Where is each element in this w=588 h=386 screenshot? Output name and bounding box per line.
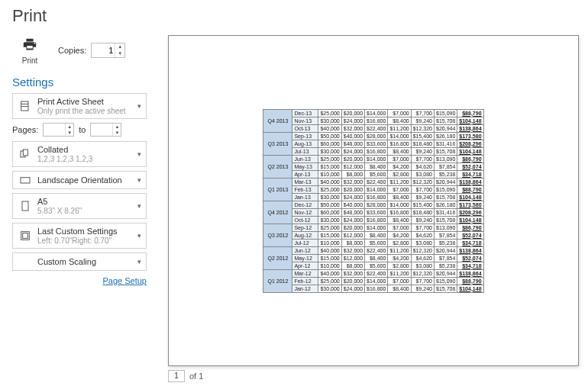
chevron-up-icon[interactable]: ▲ [66, 124, 73, 130]
value-cell: $8,400 [365, 254, 388, 262]
margins-dropdown[interactable]: Last Custom Settings Left: 0.70"Right: 0… [12, 223, 147, 249]
value-cell: $7,700 [411, 109, 434, 117]
copies-stepper[interactable]: ▲ ▼ [91, 43, 125, 58]
value-cell: $104,148 [457, 147, 483, 155]
value-cell: $7,700 [411, 224, 434, 231]
page-title: Print [0, 0, 588, 29]
pages-to-input[interactable] [91, 124, 112, 136]
value-cell: $2,800 [388, 170, 411, 178]
value-cell: $24,000 [341, 193, 364, 201]
month-cell: Aug-12 [292, 231, 318, 239]
print-button-label: Print [22, 56, 38, 65]
value-cell: $34,718 [457, 239, 483, 246]
chevron-up-icon[interactable]: ▲ [115, 43, 124, 50]
copies-input[interactable] [92, 46, 115, 55]
value-cell: $8,400 [388, 193, 411, 201]
page-icon [18, 200, 33, 212]
quarter-cell: Q4 2013 [263, 109, 292, 132]
chevron-up-icon[interactable]: ▲ [113, 124, 121, 130]
pages-to-stepper[interactable]: ▲▼ [90, 123, 121, 137]
value-cell: $25,000 [318, 277, 341, 285]
print-area-dropdown[interactable]: Print Active Sheet Only print the active… [12, 93, 147, 119]
value-cell: $30,000 [318, 117, 341, 124]
value-cell: $22,400 [365, 246, 388, 254]
value-cell: $52,074 [457, 162, 483, 170]
value-cell: $50,000 [318, 201, 341, 208]
value-cell: $7,700 [411, 277, 434, 285]
value-cell: $12,320 [411, 269, 434, 277]
value-cell: $7,000 [388, 185, 411, 193]
value-cell: $7,700 [411, 155, 434, 162]
month-cell: Nov-12 [292, 208, 318, 216]
value-cell: $10,000 [318, 239, 341, 246]
value-cell: $15,708 [435, 285, 457, 292]
landscape-icon [18, 174, 33, 186]
month-cell: Jan-12 [292, 285, 318, 292]
value-cell: $8,400 [365, 231, 388, 239]
value-cell: $3,080 [411, 239, 434, 246]
value-cell: $5,600 [365, 170, 388, 178]
value-cell: $8,000 [341, 262, 364, 269]
month-cell: Dec-13 [292, 109, 318, 117]
value-cell: $12,000 [341, 231, 364, 239]
paper-size-dropdown[interactable]: A5 5.83" X 8.26" ▾ [12, 193, 147, 219]
pages-from-stepper[interactable]: ▲▼ [43, 123, 74, 137]
collated-dropdown[interactable]: Collated 1,2,3 1,2,3 1,2,3 ▾ [12, 141, 147, 167]
value-cell: $3,080 [411, 170, 434, 178]
value-cell: $20,000 [341, 109, 364, 117]
value-cell: $16,800 [388, 140, 411, 147]
value-cell: $14,000 [365, 185, 388, 193]
orientation-dropdown[interactable]: Landscape Orientation ▾ [12, 171, 147, 189]
value-cell: $8,000 [341, 239, 364, 246]
value-cell: $9,240 [411, 117, 434, 124]
value-cell: $7,000 [388, 155, 411, 162]
current-page-input[interactable]: 1 [168, 370, 185, 382]
value-cell: $33,600 [365, 208, 388, 216]
chevron-down-icon[interactable]: ▼ [115, 50, 124, 57]
value-cell: $40,000 [318, 178, 341, 185]
value-cell: $7,000 [388, 224, 411, 231]
value-cell: $20,000 [341, 224, 364, 231]
value-cell: $28,000 [365, 132, 388, 140]
value-cell: $22,400 [365, 269, 388, 277]
value-cell: $30,000 [318, 285, 341, 292]
page-setup-link[interactable]: Page Setup [12, 275, 147, 287]
value-cell: $20,944 [435, 269, 457, 277]
value-cell: $138,864 [457, 269, 483, 277]
chevron-down-icon[interactable]: ▼ [66, 130, 73, 136]
value-cell: $9,240 [411, 285, 434, 292]
pages-from-input[interactable] [44, 124, 65, 136]
value-cell: $16,800 [365, 193, 388, 201]
month-cell: Mar-12 [292, 269, 318, 277]
print-button[interactable]: Print [12, 32, 47, 68]
value-cell: $4,620 [411, 254, 434, 262]
value-cell: $5,600 [365, 262, 388, 269]
month-cell: Mar-13 [292, 178, 318, 185]
value-cell: $11,200 [388, 246, 411, 254]
value-cell: $173,580 [457, 201, 483, 208]
printer-icon [21, 37, 38, 55]
value-cell: $40,000 [341, 132, 364, 140]
value-cell: $15,000 [318, 162, 341, 170]
value-cell: $34,718 [457, 262, 483, 269]
value-cell: $14,000 [365, 277, 388, 285]
pages-label: Pages: [12, 125, 38, 134]
value-cell: $7,854 [435, 231, 457, 239]
paper-line2: 5.83" X 8.26" [37, 207, 82, 216]
value-cell: $12,320 [411, 246, 434, 254]
print-area-line2: Only print the active sheet [37, 107, 126, 116]
value-cell: $15,708 [435, 147, 457, 155]
scaling-dropdown[interactable]: Custom Scaling ▾ [12, 253, 147, 271]
value-cell: $9,240 [411, 193, 434, 201]
value-cell: $20,944 [435, 178, 457, 185]
value-cell: $5,238 [435, 262, 457, 269]
value-cell: $24,000 [341, 147, 364, 155]
value-cell: $8,400 [388, 216, 411, 224]
pages-to-label: to [79, 125, 86, 134]
chevron-down-icon[interactable]: ▼ [113, 130, 121, 136]
copies-label: Copies: [58, 46, 86, 55]
svg-rect-5 [21, 178, 30, 183]
value-cell: $9,240 [411, 216, 434, 224]
print-preview: Q4 2013Dec-13$25,000$20,000$14,000$7,000… [168, 35, 579, 366]
page-nav: 1 of 1 [168, 366, 579, 383]
